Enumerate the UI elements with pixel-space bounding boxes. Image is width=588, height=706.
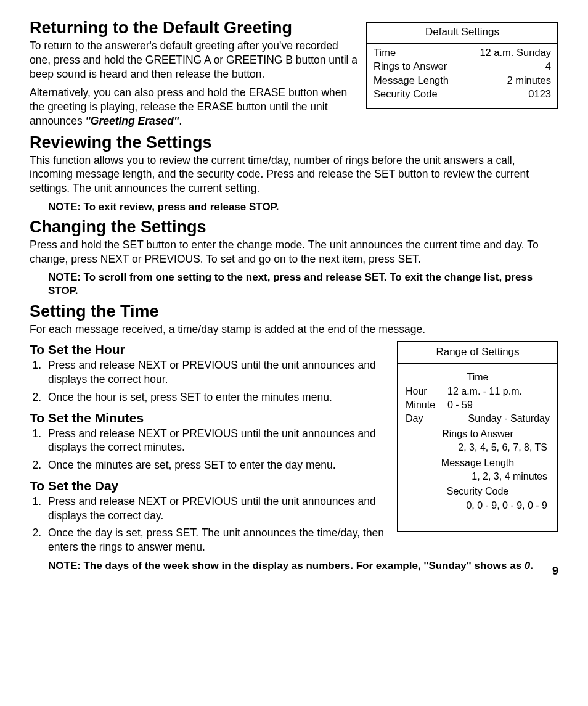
- setting-key: Security Code: [374, 87, 438, 101]
- range-row: Hour 12 a.m. - 11 p.m.: [406, 385, 550, 398]
- default-settings-box: Default Settings Time 12 a.m. Sunday Rin…: [366, 22, 558, 109]
- range-row: Minute 0 - 59: [406, 398, 550, 412]
- default-settings-body: Time 12 a.m. Sunday Rings to Answer 4 Me…: [367, 44, 557, 108]
- range-val: 0 - 59: [447, 398, 550, 412]
- range-rings-val: 2, 3, 4, 5, 6, 7, 8, TS: [406, 441, 550, 454]
- zero-example: 0: [525, 560, 530, 572]
- section-reviewing-settings: Reviewing the Settings This function all…: [30, 133, 558, 214]
- default-settings-title: Default Settings: [367, 23, 557, 44]
- range-msg-label: Message Length: [406, 456, 550, 470]
- setting-val: 0123: [528, 87, 551, 101]
- list-item: Press and release NEXT or PREVIOUS until…: [44, 495, 393, 523]
- setting-key: Message Length: [374, 73, 449, 87]
- heading-reviewing: Reviewing the Settings: [30, 133, 558, 152]
- range-title: Range of Settings: [398, 342, 557, 364]
- paragraph: Press and hold the SET button to enter t…: [30, 238, 558, 266]
- range-msg-val: 1, 2, 3, 4 minutes: [406, 470, 550, 483]
- list-item: Once the hour is set, press SET to enter…: [44, 390, 402, 404]
- subsection-set-hour: To Set the Hour Press and release NEXT o…: [30, 342, 402, 404]
- range-of-settings-box: Range of Settings Time Hour 12 a.m. - 11…: [397, 341, 558, 532]
- heading-setting-time: Setting the Time: [30, 302, 558, 321]
- range-val: 12 a.m. - 11 p.m.: [447, 385, 550, 398]
- note-scroll-settings: NOTE: To scroll from one setting to the …: [48, 271, 558, 298]
- setting-val: 4: [545, 59, 551, 73]
- greeting-erased-quote: "Greeting Erased": [86, 115, 179, 127]
- heading-set-minutes: To Set the Minutes: [30, 411, 402, 425]
- table-row: Rings to Answer 4: [374, 59, 551, 73]
- text: .: [530, 560, 533, 572]
- range-rings-label: Rings to Answer: [406, 427, 550, 441]
- manual-page: Default Settings Time 12 a.m. Sunday Rin…: [0, 0, 588, 591]
- section-setting-time: Setting the Time For each message receiv…: [30, 302, 558, 337]
- setting-val: 12 a.m. Sunday: [480, 46, 551, 59]
- table-row: Message Length 2 minutes: [374, 73, 551, 87]
- subsection-set-minutes: To Set the Minutes Press and release NEX…: [30, 411, 402, 472]
- range-body: Time Hour 12 a.m. - 11 p.m. Minute 0 - 5…: [398, 364, 557, 531]
- list-item: Once the minutes are set, press SET to e…: [44, 458, 402, 472]
- setting-val: 2 minutes: [507, 73, 551, 87]
- range-sec-label: Security Code: [406, 485, 550, 498]
- paragraph: For each message received, a time/day st…: [30, 322, 558, 337]
- ordered-list: Press and release NEXT or PREVIOUS until…: [30, 358, 402, 404]
- range-key: Hour: [406, 385, 447, 398]
- text: Alternatively, you can also press and ho…: [30, 86, 347, 127]
- setting-key: Time: [374, 46, 396, 59]
- range-sec-val: 0, 0 - 9, 0 - 9, 0 - 9: [406, 499, 550, 512]
- setting-key: Rings to Answer: [374, 59, 447, 73]
- range-key: Day: [406, 412, 447, 425]
- range-time-label: Time: [406, 371, 550, 384]
- heading-changing: Changing the Settings: [30, 218, 558, 237]
- range-row: Day Sunday - Saturday: [406, 412, 550, 425]
- heading-set-hour: To Set the Hour: [30, 342, 402, 357]
- list-item: Press and release NEXT or PREVIOUS until…: [44, 358, 402, 387]
- table-row: Security Code 0123: [374, 87, 551, 101]
- text: NOTE: The days of the week show in the d…: [48, 560, 525, 572]
- range-key: Minute: [406, 398, 447, 412]
- ordered-list: Press and release NEXT or PREVIOUS until…: [30, 427, 402, 472]
- note-exit-review: NOTE: To exit review, press and release …: [48, 200, 558, 214]
- page-number: 9: [552, 565, 558, 578]
- note-days-as-numbers: NOTE: The days of the week show in the d…: [48, 559, 558, 573]
- section-changing-settings: Changing the Settings Press and hold the…: [30, 218, 558, 298]
- text: .: [179, 115, 182, 127]
- range-val: Sunday - Saturday: [447, 412, 550, 425]
- list-item: Press and release NEXT or PREVIOUS until…: [44, 427, 402, 455]
- table-row: Time 12 a.m. Sunday: [374, 46, 551, 59]
- paragraph: This function allows you to review the c…: [30, 154, 558, 195]
